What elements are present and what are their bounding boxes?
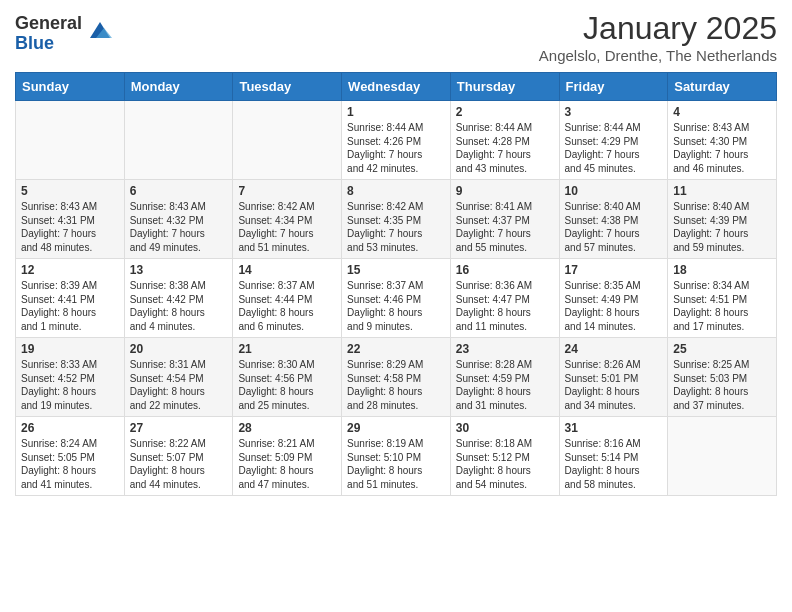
day-number: 8 [347, 184, 445, 198]
calendar-cell: 20Sunrise: 8:31 AMSunset: 4:54 PMDayligh… [124, 338, 233, 417]
calendar-cell [16, 101, 125, 180]
day-number: 4 [673, 105, 771, 119]
day-number: 21 [238, 342, 336, 356]
day-number: 19 [21, 342, 119, 356]
calendar-cell: 5Sunrise: 8:43 AMSunset: 4:31 PMDaylight… [16, 180, 125, 259]
day-info: Sunrise: 8:29 AMSunset: 4:58 PMDaylight:… [347, 358, 445, 412]
day-info: Sunrise: 8:28 AMSunset: 4:59 PMDaylight:… [456, 358, 554, 412]
day-info: Sunrise: 8:31 AMSunset: 4:54 PMDaylight:… [130, 358, 228, 412]
day-info: Sunrise: 8:33 AMSunset: 4:52 PMDaylight:… [21, 358, 119, 412]
calendar-cell: 29Sunrise: 8:19 AMSunset: 5:10 PMDayligh… [342, 417, 451, 496]
calendar-cell: 25Sunrise: 8:25 AMSunset: 5:03 PMDayligh… [668, 338, 777, 417]
weekday-header-row: SundayMondayTuesdayWednesdayThursdayFrid… [16, 73, 777, 101]
day-number: 16 [456, 263, 554, 277]
calendar-cell: 13Sunrise: 8:38 AMSunset: 4:42 PMDayligh… [124, 259, 233, 338]
day-number: 13 [130, 263, 228, 277]
day-number: 17 [565, 263, 663, 277]
weekday-header-wednesday: Wednesday [342, 73, 451, 101]
day-info: Sunrise: 8:25 AMSunset: 5:03 PMDaylight:… [673, 358, 771, 412]
day-info: Sunrise: 8:22 AMSunset: 5:07 PMDaylight:… [130, 437, 228, 491]
calendar-cell [668, 417, 777, 496]
page-header: General Blue January 2025 Angelslo, Dren… [15, 10, 777, 64]
weekday-header-friday: Friday [559, 73, 668, 101]
day-number: 23 [456, 342, 554, 356]
calendar-cell: 27Sunrise: 8:22 AMSunset: 5:07 PMDayligh… [124, 417, 233, 496]
day-info: Sunrise: 8:18 AMSunset: 5:12 PMDaylight:… [456, 437, 554, 491]
calendar-week-5: 26Sunrise: 8:24 AMSunset: 5:05 PMDayligh… [16, 417, 777, 496]
day-number: 2 [456, 105, 554, 119]
calendar-week-1: 1Sunrise: 8:44 AMSunset: 4:26 PMDaylight… [16, 101, 777, 180]
calendar-cell: 23Sunrise: 8:28 AMSunset: 4:59 PMDayligh… [450, 338, 559, 417]
day-info: Sunrise: 8:37 AMSunset: 4:46 PMDaylight:… [347, 279, 445, 333]
day-info: Sunrise: 8:39 AMSunset: 4:41 PMDaylight:… [21, 279, 119, 333]
day-number: 15 [347, 263, 445, 277]
calendar-cell: 24Sunrise: 8:26 AMSunset: 5:01 PMDayligh… [559, 338, 668, 417]
day-info: Sunrise: 8:42 AMSunset: 4:35 PMDaylight:… [347, 200, 445, 254]
weekday-header-monday: Monday [124, 73, 233, 101]
weekday-header-tuesday: Tuesday [233, 73, 342, 101]
calendar-cell [124, 101, 233, 180]
calendar-cell: 17Sunrise: 8:35 AMSunset: 4:49 PMDayligh… [559, 259, 668, 338]
calendar-cell: 18Sunrise: 8:34 AMSunset: 4:51 PMDayligh… [668, 259, 777, 338]
weekday-header-thursday: Thursday [450, 73, 559, 101]
calendar-week-3: 12Sunrise: 8:39 AMSunset: 4:41 PMDayligh… [16, 259, 777, 338]
calendar-cell: 30Sunrise: 8:18 AMSunset: 5:12 PMDayligh… [450, 417, 559, 496]
day-info: Sunrise: 8:40 AMSunset: 4:38 PMDaylight:… [565, 200, 663, 254]
day-number: 9 [456, 184, 554, 198]
day-number: 12 [21, 263, 119, 277]
day-number: 5 [21, 184, 119, 198]
day-number: 1 [347, 105, 445, 119]
calendar-cell: 16Sunrise: 8:36 AMSunset: 4:47 PMDayligh… [450, 259, 559, 338]
day-info: Sunrise: 8:21 AMSunset: 5:09 PMDaylight:… [238, 437, 336, 491]
calendar-cell: 8Sunrise: 8:42 AMSunset: 4:35 PMDaylight… [342, 180, 451, 259]
calendar-cell: 19Sunrise: 8:33 AMSunset: 4:52 PMDayligh… [16, 338, 125, 417]
day-info: Sunrise: 8:16 AMSunset: 5:14 PMDaylight:… [565, 437, 663, 491]
weekday-header-saturday: Saturday [668, 73, 777, 101]
calendar-cell [233, 101, 342, 180]
day-number: 25 [673, 342, 771, 356]
calendar-cell: 9Sunrise: 8:41 AMSunset: 4:37 PMDaylight… [450, 180, 559, 259]
day-number: 18 [673, 263, 771, 277]
month-title: January 2025 [539, 10, 777, 47]
day-info: Sunrise: 8:43 AMSunset: 4:30 PMDaylight:… [673, 121, 771, 175]
calendar-cell: 28Sunrise: 8:21 AMSunset: 5:09 PMDayligh… [233, 417, 342, 496]
calendar-cell: 1Sunrise: 8:44 AMSunset: 4:26 PMDaylight… [342, 101, 451, 180]
logo: General Blue [15, 14, 114, 54]
day-info: Sunrise: 8:41 AMSunset: 4:37 PMDaylight:… [456, 200, 554, 254]
day-number: 31 [565, 421, 663, 435]
day-info: Sunrise: 8:44 AMSunset: 4:26 PMDaylight:… [347, 121, 445, 175]
calendar-cell: 7Sunrise: 8:42 AMSunset: 4:34 PMDaylight… [233, 180, 342, 259]
calendar-week-4: 19Sunrise: 8:33 AMSunset: 4:52 PMDayligh… [16, 338, 777, 417]
calendar-cell: 15Sunrise: 8:37 AMSunset: 4:46 PMDayligh… [342, 259, 451, 338]
logo-general-text: General [15, 14, 82, 34]
day-info: Sunrise: 8:43 AMSunset: 4:32 PMDaylight:… [130, 200, 228, 254]
day-info: Sunrise: 8:26 AMSunset: 5:01 PMDaylight:… [565, 358, 663, 412]
day-info: Sunrise: 8:35 AMSunset: 4:49 PMDaylight:… [565, 279, 663, 333]
location-title: Angelslo, Drenthe, The Netherlands [539, 47, 777, 64]
calendar-cell: 10Sunrise: 8:40 AMSunset: 4:38 PMDayligh… [559, 180, 668, 259]
day-number: 3 [565, 105, 663, 119]
day-info: Sunrise: 8:44 AMSunset: 4:29 PMDaylight:… [565, 121, 663, 175]
day-info: Sunrise: 8:38 AMSunset: 4:42 PMDaylight:… [130, 279, 228, 333]
day-info: Sunrise: 8:30 AMSunset: 4:56 PMDaylight:… [238, 358, 336, 412]
calendar-cell: 12Sunrise: 8:39 AMSunset: 4:41 PMDayligh… [16, 259, 125, 338]
day-number: 14 [238, 263, 336, 277]
day-number: 26 [21, 421, 119, 435]
calendar-cell: 22Sunrise: 8:29 AMSunset: 4:58 PMDayligh… [342, 338, 451, 417]
day-info: Sunrise: 8:44 AMSunset: 4:28 PMDaylight:… [456, 121, 554, 175]
logo-blue-text: Blue [15, 34, 82, 54]
day-info: Sunrise: 8:24 AMSunset: 5:05 PMDaylight:… [21, 437, 119, 491]
calendar-cell: 4Sunrise: 8:43 AMSunset: 4:30 PMDaylight… [668, 101, 777, 180]
calendar-table: SundayMondayTuesdayWednesdayThursdayFrid… [15, 72, 777, 496]
calendar-week-2: 5Sunrise: 8:43 AMSunset: 4:31 PMDaylight… [16, 180, 777, 259]
day-number: 11 [673, 184, 771, 198]
title-area: January 2025 Angelslo, Drenthe, The Neth… [539, 10, 777, 64]
day-number: 24 [565, 342, 663, 356]
day-info: Sunrise: 8:19 AMSunset: 5:10 PMDaylight:… [347, 437, 445, 491]
day-number: 20 [130, 342, 228, 356]
day-number: 30 [456, 421, 554, 435]
day-number: 7 [238, 184, 336, 198]
day-number: 27 [130, 421, 228, 435]
day-info: Sunrise: 8:40 AMSunset: 4:39 PMDaylight:… [673, 200, 771, 254]
weekday-header-sunday: Sunday [16, 73, 125, 101]
